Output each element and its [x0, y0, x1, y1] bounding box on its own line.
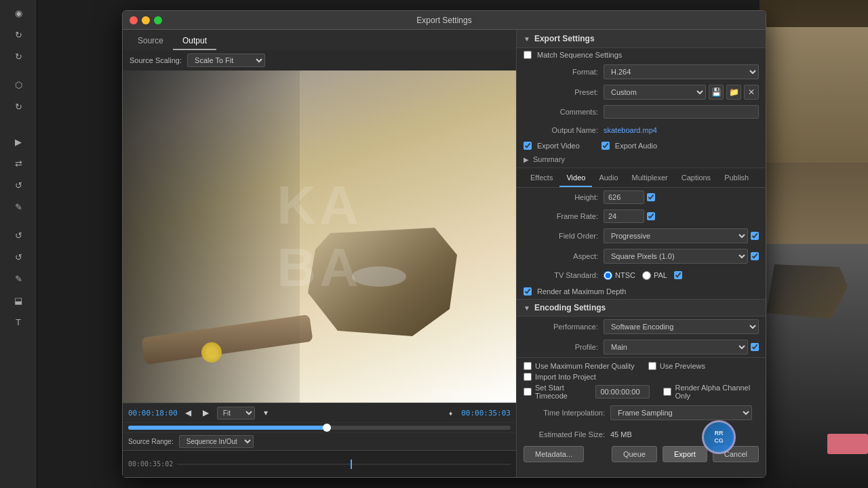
match-sequence-checkbox[interactable]	[524, 51, 532, 59]
frame-rate-input[interactable]	[604, 209, 644, 223]
window-controls	[130, 16, 162, 24]
start-timecode-input[interactable]: 00:00:00:00	[595, 385, 650, 399]
toolbar-icon-13[interactable]: ⬓	[9, 291, 28, 310]
profile-select[interactable]: Main High Baseline	[604, 340, 748, 354]
toolbar-icon-5[interactable]: ↻	[9, 97, 28, 116]
comments-input[interactable]	[604, 105, 759, 119]
fit-dropdown-icon[interactable]: ▾	[259, 406, 273, 420]
frame-rate-label: Frame Rate:	[524, 212, 598, 220]
summary-row[interactable]: ▶ Summary	[517, 152, 766, 166]
toolbar-icon-14[interactable]: T	[9, 312, 28, 331]
play-button[interactable]: ▶	[199, 406, 213, 420]
encoding-settings-header[interactable]: ▼ Encoding Settings	[517, 299, 766, 317]
preset-select[interactable]: Custom Match Source	[604, 85, 706, 100]
progress-handle[interactable]	[323, 424, 331, 432]
close-button[interactable]	[130, 16, 138, 24]
settings-pane: ▼ Export Settings Match Sequence Setting…	[516, 30, 766, 477]
comments-label: Comments:	[524, 108, 598, 116]
set-in-point-button[interactable]: ⬧	[443, 406, 457, 420]
export-video-audio-row: Export Video Export Audio	[517, 139, 766, 152]
tab-audio[interactable]: Audio	[592, 169, 625, 187]
progress-bar[interactable]	[128, 426, 511, 430]
tv-standard-pal-radio[interactable]	[642, 271, 651, 280]
preset-label: Preset:	[524, 88, 598, 96]
performance-select[interactable]: Software Encoding Hardware Encoding	[604, 319, 759, 334]
export-settings-dialog: Export Settings Source Output Source Sca…	[122, 10, 766, 478]
tab-source[interactable]: Source	[128, 33, 173, 50]
timeline-strip: 00:00:35:02	[123, 450, 516, 477]
toolbar-icon-12[interactable]: ✎	[9, 269, 28, 288]
height-link-checkbox[interactable]	[647, 193, 655, 201]
tv-standard-ntsc-radio[interactable]	[604, 271, 612, 280]
profile-control: Main High Baseline	[604, 340, 759, 354]
source-scaling-select[interactable]: Scale To Fit Scale To Fill Stretch To Fi…	[187, 54, 265, 67]
watermark-text: For preview purpose only	[433, 388, 509, 396]
use-max-quality-checkbox[interactable]	[524, 362, 532, 370]
estimated-file-size-label: Estimated File Size:	[530, 430, 605, 439]
toolbar-icon-2[interactable]: ↻	[9, 25, 28, 44]
tab-effects[interactable]: Effects	[524, 169, 559, 187]
toolbar-icon-1[interactable]: ◉	[9, 3, 28, 22]
toolbar-icon-10[interactable]: ↺	[9, 226, 28, 245]
performance-control: Software Encoding Hardware Encoding	[604, 319, 759, 334]
toolbar-icon-11[interactable]: ↺	[9, 247, 28, 266]
source-range-select[interactable]: Sequence In/Out Entire Sequence Work Are…	[179, 435, 254, 448]
tab-video[interactable]: Video	[559, 169, 592, 187]
tv-standard-checkbox[interactable]	[674, 271, 682, 279]
metadata-button[interactable]: Metadata...	[524, 446, 584, 462]
aspect-select[interactable]: Square Pixels (1.0)	[604, 249, 748, 264]
import-into-project-checkbox[interactable]	[524, 373, 532, 381]
export-video-checkbox[interactable]	[524, 142, 532, 150]
toolbar-icon-9[interactable]: ✎	[9, 197, 28, 216]
export-audio-checkbox[interactable]	[601, 142, 610, 150]
queue-button[interactable]: Queue	[612, 446, 657, 462]
performance-row: Performance: Software Encoding Hardware …	[517, 317, 766, 337]
timeline-time: 00:00:35:02	[128, 460, 173, 468]
frame-rate-control	[604, 209, 759, 223]
render-alpha-checkbox[interactable]	[663, 388, 671, 396]
field-order-select[interactable]: Progressive Upper First Lower First	[604, 228, 748, 243]
toolbar-icon-4[interactable]: ⬡	[9, 75, 28, 94]
tv-standard-ntsc-label: NTSC	[615, 271, 635, 279]
toolbar-icon-6[interactable]: ▶	[9, 132, 28, 151]
summary-label: Summary	[533, 155, 565, 163]
divider-1	[517, 167, 766, 168]
tab-publish[interactable]: Publish	[717, 169, 755, 187]
tab-output[interactable]: Output	[173, 33, 216, 50]
preset-delete-icon[interactable]: ✕	[744, 85, 759, 100]
use-previews-label: Use Previews	[660, 362, 705, 370]
current-time-display: 00:00:18:00	[128, 409, 178, 418]
match-sequence-row: Match Sequence Settings	[517, 48, 766, 62]
export-settings-header[interactable]: ▼ Export Settings	[517, 30, 766, 48]
toolbar-icon-7[interactable]: ⇄	[9, 154, 28, 173]
use-previews-checkbox[interactable]	[648, 362, 656, 370]
tab-multiplexer[interactable]: Multiplexer	[625, 169, 675, 187]
output-name-value[interactable]: skateboard.mp4	[604, 126, 657, 134]
video-placeholder: KABA For preview purpose only	[123, 70, 516, 403]
toolbar-icon-8[interactable]: ↺	[9, 176, 28, 195]
tab-captions[interactable]: Captions	[675, 169, 717, 187]
format-select[interactable]: H.264 H.265 ProRes	[604, 64, 759, 79]
profile-checkbox[interactable]	[751, 343, 759, 351]
fit-select[interactable]: Fit 25% 50% 100%	[217, 407, 255, 420]
frame-rate-checkbox[interactable]	[647, 212, 655, 220]
tv-standard-pal-label: PAL	[654, 271, 667, 279]
time-interpolation-select[interactable]: Frame Sampling Frame Blending Optical Fl…	[610, 405, 752, 420]
export-button[interactable]: Export	[663, 446, 707, 462]
rewind-button[interactable]: ◀	[182, 406, 195, 420]
render-max-depth-checkbox[interactable]	[524, 287, 532, 296]
toolbar-icon-3[interactable]: ↻	[9, 47, 28, 66]
field-order-checkbox[interactable]	[751, 232, 759, 240]
footer-row3: Set Start Timecode 00:00:00:00 Render Al…	[524, 384, 759, 400]
preset-folder-icon[interactable]: 📁	[726, 85, 741, 100]
maximize-button[interactable]	[154, 16, 162, 24]
set-start-timecode-checkbox[interactable]	[524, 388, 532, 396]
height-input[interactable]	[604, 190, 644, 204]
preset-save-icon[interactable]: 💾	[709, 85, 724, 100]
field-order-row: Field Order: Progressive Upper First Low…	[517, 226, 766, 246]
minimize-button[interactable]	[142, 16, 150, 24]
output-name-row: Output Name: skateboard.mp4	[517, 121, 766, 139]
preset-control: Custom Match Source 💾 📁 ✕	[604, 85, 759, 100]
progress-bar-container	[123, 422, 516, 432]
aspect-checkbox[interactable]	[751, 252, 759, 260]
